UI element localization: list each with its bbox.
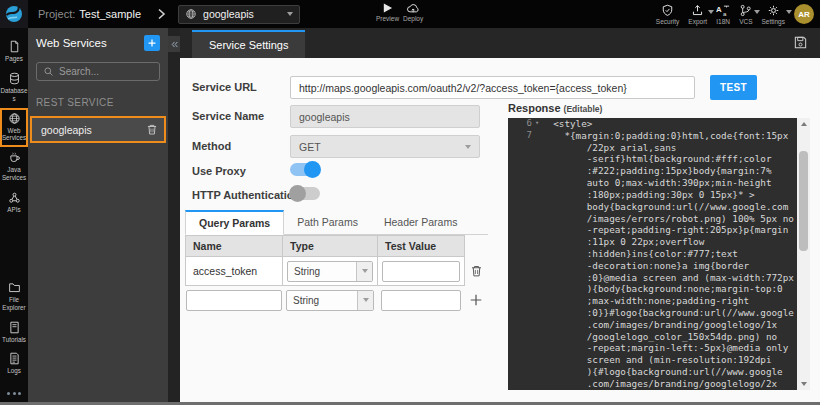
save-button[interactable] (793, 35, 808, 50)
delete-param-button[interactable] (470, 264, 483, 278)
line-number (508, 272, 532, 284)
code-text: -serif}html{background:#fff;color (542, 153, 772, 165)
more-options-icon[interactable] (7, 392, 21, 395)
editor-line: auto 0;max-width:390px;min-height (508, 177, 797, 189)
search-icon (43, 66, 54, 77)
http-authentication-toggle[interactable] (290, 187, 320, 200)
editor-line: ){body{background:none;margin-top:0 (508, 283, 797, 295)
user-avatar[interactable]: AR (794, 4, 814, 24)
line-number (508, 319, 532, 331)
deploy-button[interactable]: Deploy (403, 2, 423, 22)
sidebar-item-databases[interactable]: Databases (0, 68, 28, 108)
sidebar-item-pages[interactable]: Pages (0, 36, 28, 68)
service-name: googleapis (41, 124, 146, 136)
double-chevron-left-icon (170, 40, 179, 49)
service-list-item-googleapis[interactable]: googleapis (30, 116, 166, 143)
line-number (508, 177, 532, 189)
type-select[interactable]: String (286, 290, 374, 311)
export-button[interactable]: Export (688, 4, 707, 25)
sidebar-item-label: APIs (1, 206, 28, 214)
test-value-input[interactable] (381, 290, 461, 311)
select-caret-box (356, 262, 372, 281)
column-header-type: Type (282, 235, 378, 257)
breadcrumb-chevron-icon (157, 8, 166, 20)
code-text: :11px 0 22px;overflow (542, 236, 704, 248)
code-text: ){#logo{background:url(//www.google (542, 366, 783, 378)
delete-service-button[interactable] (146, 123, 158, 136)
play-icon (382, 2, 393, 14)
add-service-button[interactable] (144, 35, 160, 51)
type-value: String (288, 266, 356, 277)
left-icon-sidebar: Pages Databases Web Services Java Servic… (0, 28, 28, 405)
tab-service-settings[interactable]: Service Settings (192, 30, 305, 58)
method-value: GET (299, 141, 465, 153)
tab-path-params[interactable]: Path Params (284, 210, 371, 234)
line-number (508, 342, 532, 354)
sidebar-item-apis[interactable]: APIs (0, 187, 28, 219)
code-text: ;max-width:none;padding-right (542, 295, 749, 307)
panel-collapse-strip (168, 28, 180, 405)
method-label: Method (192, 140, 231, 152)
response-code-editor[interactable]: 6▾ <style> 7 *{margin:0;padding:0}html,c… (508, 118, 797, 390)
code-text: -repeat;padding-right:205px}p{margin (542, 224, 788, 236)
scroll-down-arrow[interactable] (797, 378, 810, 390)
search-input[interactable] (59, 66, 153, 77)
editor-line: ;max-width:none;padding-right (508, 295, 797, 307)
line-number (508, 224, 532, 236)
test-value-input[interactable] (382, 261, 460, 282)
security-button[interactable]: Security (656, 4, 679, 25)
new-param-name-input[interactable] (186, 290, 282, 311)
sidebar-item-web-services[interactable]: Web Services (0, 108, 28, 148)
collapse-panel-button[interactable] (168, 36, 180, 52)
line-number (508, 307, 532, 319)
method-select[interactable]: GET (290, 135, 480, 158)
code-text: screen and (min-resolution:192dpi (542, 354, 772, 366)
editor-line: :hidden}ins{color:#777;text (508, 248, 797, 260)
sidebar-item-file-explorer[interactable]: File Explorer (0, 277, 28, 317)
service-url-input[interactable] (290, 76, 695, 99)
export-label: Export (688, 18, 707, 25)
sidebar-item-tutorials[interactable]: Tutorials (0, 317, 28, 349)
i18n-button[interactable]: Aa I18N (716, 4, 730, 25)
globe-icon (185, 8, 197, 20)
app-window: Project:Test_sample googleapis Preview D… (0, 0, 820, 405)
line-number (508, 248, 532, 260)
app-logo[interactable] (0, 0, 28, 28)
add-param-button[interactable] (469, 293, 483, 307)
settings-button[interactable]: Settings (762, 4, 786, 25)
vcs-label: VCS (739, 18, 752, 25)
query-params-table: Name Type Test Value access_token String (185, 235, 490, 315)
column-header-name: Name (185, 235, 283, 257)
service-url-label: Service URL (192, 81, 257, 93)
test-button[interactable]: TEST (710, 75, 757, 100)
shield-icon (661, 4, 674, 17)
panel-header: Web Services (28, 28, 168, 58)
preview-button[interactable]: Preview (376, 2, 399, 22)
type-select[interactable]: String (287, 261, 373, 282)
sidebar-item-label: Tutorials (1, 336, 28, 344)
response-scrollbar[interactable] (797, 118, 810, 390)
page-icon (8, 40, 21, 53)
panel-title: Web Services (36, 37, 144, 49)
scrollbar-thumb[interactable] (799, 151, 808, 251)
tab-header-params[interactable]: Header Params (371, 210, 471, 234)
floppy-save-icon (793, 35, 808, 50)
editor-line: 6▾ <style> (508, 118, 797, 130)
response-label: Response(Editable) (508, 102, 602, 114)
editor-line: .com/images/branding/googlelogo/1x (508, 319, 797, 331)
use-proxy-toggle[interactable] (290, 163, 320, 176)
sidebar-item-logs[interactable]: Logs (0, 348, 28, 380)
plus-icon (147, 38, 157, 48)
scroll-up-arrow[interactable] (797, 118, 810, 130)
sidebar-item-label: Logs (1, 367, 28, 375)
service-selector-dropdown[interactable]: googleapis (178, 5, 300, 24)
line-number: 7 (508, 130, 532, 142)
code-text: .com/images/branding/googlelogo/1x (542, 319, 777, 331)
sidebar-item-label: Web Services (1, 127, 28, 143)
plus-icon (469, 293, 483, 307)
tab-query-params[interactable]: Query Params (185, 210, 284, 235)
fold-arrow-icon[interactable]: ▾ (532, 118, 542, 130)
sidebar-item-java-services[interactable]: Java Services (0, 147, 28, 187)
response-title: Response (508, 102, 561, 114)
vcs-button[interactable]: VCS (739, 4, 752, 25)
